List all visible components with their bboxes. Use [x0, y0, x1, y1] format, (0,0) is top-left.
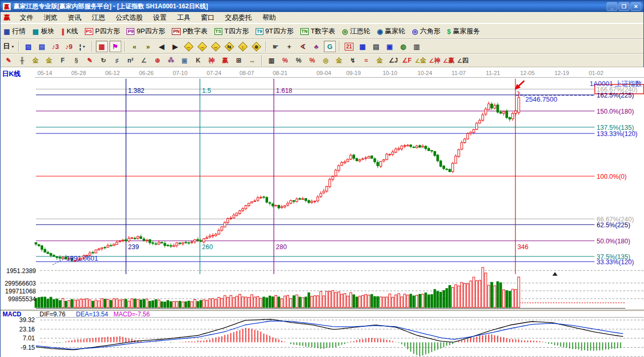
menu-item-9[interactable]: 帮助 — [257, 12, 281, 23]
nav-next-button[interactable]: ▶ — [169, 41, 181, 52]
ying-tool-button[interactable]: 赢 — [219, 55, 231, 66]
toolbar-btn-9t-square[interactable]: T99T四方形 — [256, 27, 294, 36]
angle-j-button[interactable]: ∠J — [387, 55, 399, 66]
print-button[interactable]: ▥ — [411, 41, 423, 52]
bar-grid-button[interactable]: ♯ — [111, 55, 123, 66]
angle-shen-button[interactable]: ∠神 — [428, 55, 441, 66]
strategy-tree-icon: ♣ — [314, 43, 319, 51]
star-tool-button[interactable]: ⁂ — [165, 55, 177, 66]
nav-prev-button[interactable]: ◀ — [156, 41, 168, 52]
shift-left-button[interactable]: ← — [183, 41, 195, 52]
angle-measure-button[interactable]: ∢ — [297, 41, 309, 52]
info-panel-button[interactable]: ▤ — [36, 41, 48, 52]
p-number-table-label: P数字表 — [183, 27, 208, 36]
split-tool-button[interactable]: ↯ — [347, 55, 359, 66]
gold-underline-button[interactable]: 金 — [374, 55, 386, 66]
toolbar-btn-sectors[interactable]: ▩板块 — [32, 27, 54, 36]
menu-item-7[interactable]: 窗口 — [196, 12, 220, 23]
time-circle-icon: ↻ — [100, 57, 106, 64]
strategy-tree-button[interactable]: ♣ — [310, 41, 322, 52]
shen-tool-button[interactable]: 神 — [206, 55, 218, 66]
f-grid-button[interactable]: F — [57, 55, 69, 66]
title-bar[interactable]: 赢 赢家江恩专业版[赢家内部服务平台] - [上证指数 SH1A0001-162… — [1, 1, 643, 12]
spiral-grid-button[interactable]: § — [70, 55, 82, 66]
expand-vertical-button[interactable]: ↕ — [237, 41, 249, 52]
memo-button[interactable]: ▤ — [370, 41, 382, 52]
toolbar-btn-gann-wheel[interactable]: ◎江恩轮 — [342, 27, 370, 36]
menu-item-4[interactable]: 公式选股 — [110, 12, 148, 23]
trend-pattern-button[interactable]: ▨ — [22, 41, 34, 52]
angle-shen-icon: ∠神 — [429, 56, 440, 65]
span-arrows-button[interactable]: ↔ — [246, 55, 258, 66]
draw-pencil-2-button[interactable]: ✎ — [84, 55, 96, 66]
crosshair-button[interactable]: + — [283, 41, 295, 52]
gold-circle-button[interactable]: ◎ — [320, 55, 332, 66]
nav-last-button[interactable]: » — [142, 41, 154, 52]
draw-pencil-button[interactable]: ✎ — [3, 55, 15, 66]
fit-screen-button[interactable]: ⊕ — [250, 41, 262, 52]
column-table-button[interactable]: ▥ — [266, 55, 277, 66]
shift-right-button[interactable]: → — [196, 41, 208, 52]
bars-3-button[interactable]: ♪3 — [49, 41, 61, 52]
bars-9-button[interactable]: ♪9 — [63, 41, 75, 52]
toolbar-btn-9p-square[interactable]: P99P四方形 — [127, 27, 165, 36]
boxed-star-button[interactable]: ▣ — [179, 55, 191, 66]
angle-lines-button[interactable]: ∠ — [138, 55, 150, 66]
gold-grid-b-button[interactable]: 金 — [43, 55, 55, 66]
toolbar-btn-p-square[interactable]: PSP四方形 — [85, 27, 120, 36]
web-export-button[interactable]: ◍ — [397, 41, 409, 52]
gann-pattern-button[interactable]: ▦ — [96, 41, 108, 52]
angle-ying-button[interactable]: ∠赢 — [443, 55, 455, 66]
menu-item-2[interactable]: 资讯 — [62, 12, 86, 23]
menu-item-1[interactable]: 浏览 — [39, 12, 62, 23]
toolbar-btn-t-number-table[interactable]: TNT数字表 — [300, 27, 335, 36]
angle-four-button[interactable]: ∠四 — [457, 55, 469, 66]
toolbar-btn-winner-wheel[interactable]: ◉赢家轮 — [377, 27, 405, 36]
percent-button[interactable]: % — [293, 55, 305, 66]
calendar-button[interactable]: 21 — [343, 41, 355, 52]
k-notes-button[interactable]: K — [192, 55, 204, 66]
toolbar-btn-p-number-table[interactable]: PNP数字表 — [172, 27, 207, 36]
menu-item-6[interactable]: 工具 — [172, 12, 196, 23]
menu-item-3[interactable]: 江恩 — [86, 12, 110, 23]
save-button[interactable]: ▣ — [384, 41, 396, 52]
period-day-button[interactable]: 日▼ — [3, 41, 15, 52]
toolbar-btn-kline[interactable]: ∥K线 — [61, 27, 78, 36]
gold-wave-button[interactable]: ≈ — [360, 55, 372, 66]
expand-horizontal-button[interactable]: ↔ — [210, 41, 222, 52]
gold-levels-button[interactable]: 金 — [333, 55, 345, 66]
red-compass-button[interactable]: ⊕ — [151, 55, 163, 66]
gold-grid-a-button[interactable]: 金 — [30, 55, 42, 66]
candle-style-button[interactable]: ¦▼ — [77, 41, 89, 52]
angle-f-button[interactable]: ∠F — [401, 55, 413, 66]
menu-item-8[interactable]: 交易委托 — [220, 12, 257, 23]
toolbar-btn-t-square[interactable]: TST四方形 — [214, 27, 249, 36]
number-grid-button[interactable]: ⊞ — [233, 55, 245, 66]
time-circle-button[interactable]: ↻ — [97, 55, 109, 66]
volume-profile-button[interactable]: ⚑ — [109, 41, 121, 52]
toolbar-btn-quotes[interactable]: ▦行情 — [4, 27, 26, 36]
drag-hand-button[interactable]: ☛ — [270, 41, 282, 52]
pane-divider[interactable] — [1, 310, 644, 311]
macd-gridlines — [40, 320, 644, 356]
maximize-button[interactable]: ❐ — [618, 2, 629, 11]
gann-ruler-button[interactable]: ╫ — [16, 55, 28, 66]
menu-item-5[interactable]: 设置 — [148, 12, 172, 23]
angle-gold-button[interactable]: ∠金 — [414, 55, 427, 66]
calculator-button[interactable]: ▦ — [357, 41, 369, 52]
toolbar-btn-hexagon[interactable]: ◎六角形 — [412, 27, 440, 36]
n-square-button[interactable]: n² — [124, 55, 136, 66]
percent-line-b-button[interactable]: % — [306, 55, 318, 66]
sectors-label: 板块 — [41, 27, 55, 36]
svg-text:33.33%(120): 33.33%(120) — [597, 258, 634, 266]
toolbar-btn-winner-service[interactable]: $赢家服务 — [447, 27, 480, 36]
close-button[interactable]: ✕ — [630, 2, 641, 11]
smart-analysis-button[interactable]: G — [324, 41, 336, 52]
percent-line-a-button[interactable]: % — [279, 55, 291, 66]
minimize-button[interactable]: _ — [607, 2, 617, 11]
chart-canvas[interactable]: 05-1405-2806-1206-2607-1007-2408-0708-21… — [1, 67, 644, 357]
nav-first-button[interactable]: « — [129, 41, 141, 52]
draw-pencil-icon: ✎ — [6, 57, 11, 64]
menu-item-0[interactable]: 文件 — [15, 12, 39, 23]
compress-horizontal-button[interactable]: ⇆ — [223, 41, 235, 52]
